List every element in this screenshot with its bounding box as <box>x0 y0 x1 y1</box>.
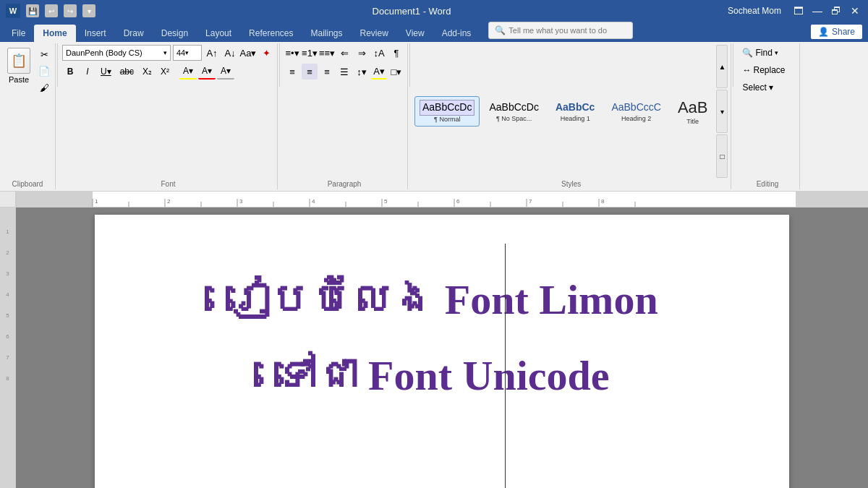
show-para-btn[interactable]: ¶ <box>388 45 404 61</box>
svg-text:1: 1 <box>95 198 98 205</box>
font-label: Font <box>161 180 175 188</box>
change-case-btn[interactable]: Aa▾ <box>240 45 256 61</box>
align-center-btn[interactable]: ≡ <box>302 64 318 80</box>
tab-review[interactable]: Review <box>352 25 397 42</box>
paste-button[interactable]: 📋 Paste <box>3 45 35 87</box>
styles-scroll-up[interactable]: ▲ <box>716 45 728 88</box>
borders-btn[interactable]: □▾ <box>388 64 404 80</box>
document-line1[interactable]: រៀបបំលែង Font Limon <box>153 244 731 327</box>
font-color-btn[interactable]: A▾ <box>217 64 234 80</box>
style-heading2-label: Heading 2 <box>621 115 651 122</box>
style-no-spacing[interactable]: AaBbCcDc ¶ No Spac... <box>482 97 545 125</box>
title-bar: W 💾 ↩ ↪ ▾ Document1 - Word Socheat Mom 🗖… <box>0 0 868 22</box>
italic-button[interactable]: I <box>80 64 95 80</box>
para-row1: ≡•▾ ≡1▾ ≡≡▾ ⇐ ⇒ ↕A ¶ <box>284 45 404 61</box>
tab-addins[interactable]: Add-ins <box>433 25 480 42</box>
paste-icon: 📋 <box>7 48 30 74</box>
paragraph-group: ≡•▾ ≡1▾ ≡≡▾ ⇐ ⇒ ↕A ¶ ≡ ≡ ≡ ☰ ↕▾ A▾ □▾ Pa… <box>281 43 408 189</box>
styles-scroll-down[interactable]: ▾ <box>716 90 728 133</box>
clipboard-group: 📋 Paste ✂ 📄 🖌 Clipboard <box>0 43 56 189</box>
select-button[interactable]: Select ▾ <box>738 80 778 95</box>
minimize-btn[interactable]: — <box>810 4 825 18</box>
document-line2[interactable]: ទៅជា Font Unicode <box>153 348 731 403</box>
text-highlight-btn[interactable]: A▾ <box>179 64 197 80</box>
clipboard-small-btns: ✂ 📄 🖌 <box>36 46 52 95</box>
increase-font-btn[interactable]: A↑ <box>204 45 220 61</box>
svg-text:3: 3 <box>239 198 243 205</box>
find-button[interactable]: 🔍 Find ▾ <box>738 45 782 61</box>
svg-text:4: 4 <box>312 198 315 205</box>
title-bar-right: Socheat Mom 🗖 — 🗗 ✕ <box>728 4 862 18</box>
bold-button[interactable]: B <box>62 64 78 80</box>
line-spacing-btn[interactable]: ↕▾ <box>354 64 370 80</box>
tab-references[interactable]: References <box>240 25 302 42</box>
clear-format-btn[interactable]: ✦ <box>258 45 274 61</box>
styles-gallery: AaBbCcDc ¶ Normal AaBbCcDc ¶ No Spac... … <box>414 94 715 129</box>
style-normal-preview: AaBbCcDc <box>420 100 475 115</box>
font-name-selector[interactable]: DaunPenh (Body CS) ▾ <box>62 45 171 61</box>
style-heading1[interactable]: AaBbCc Heading 1 <box>548 97 602 125</box>
increase-indent-btn[interactable]: ⇒ <box>354 45 370 61</box>
style-title[interactable]: AaB Title <box>671 94 715 129</box>
search-icon: 🔍 <box>495 25 506 35</box>
para-content: ≡•▾ ≡1▾ ≡≡▾ ⇐ ⇒ ↕A ¶ ≡ ≡ ≡ ☰ ↕▾ A▾ □▾ <box>284 45 404 188</box>
superscript-button[interactable]: X² <box>157 64 173 80</box>
find-dropdown-icon: ▾ <box>775 49 778 56</box>
style-normal[interactable]: AaBbCcDc ¶ Normal <box>414 96 480 126</box>
strikethrough-button[interactable]: abc <box>116 64 137 80</box>
clipboard-label: Clipboard <box>12 180 43 188</box>
font-name-label: DaunPenh (Body CS) <box>66 48 163 57</box>
text-color-btn[interactable]: A▾ <box>198 64 216 80</box>
styles-expand[interactable]: □ <box>716 134 728 178</box>
tab-draw[interactable]: Draw <box>115 25 153 42</box>
decrease-font-btn[interactable]: A↓ <box>222 45 238 61</box>
editing-content: 🔍 Find ▾ ↔ Replace Select ▾ <box>738 45 789 188</box>
sep4 <box>733 43 733 87</box>
multilevel-btn[interactable]: ≡≡▾ <box>319 45 335 61</box>
ruler: .rtick{stroke:#999;stroke-width:1;} 1 2 … <box>0 192 868 207</box>
decrease-indent-btn[interactable]: ⇐ <box>336 45 352 61</box>
redo-icon[interactable]: ↪ <box>64 4 77 17</box>
font-size-label: 44 <box>176 48 185 57</box>
svg-text:6: 6 <box>456 198 460 205</box>
restore-mode-btn[interactable]: 🗖 <box>791 4 806 18</box>
document-page[interactable]: រៀបបំលែង Font Limon ទៅជា Font Unicode <box>95 215 789 488</box>
subscript-button[interactable]: X₂ <box>139 64 156 80</box>
numbering-btn[interactable]: ≡1▾ <box>302 45 318 61</box>
tab-mailings[interactable]: Mailings <box>302 25 351 42</box>
format-painter-button[interactable]: 🖌 <box>36 80 52 95</box>
cut-button[interactable]: ✂ <box>36 46 52 62</box>
maximize-btn[interactable]: 🗗 <box>829 4 843 18</box>
svg-text:8: 8 <box>601 198 605 205</box>
undo-icon[interactable]: ↩ <box>45 4 58 17</box>
bullets-btn[interactable]: ≡•▾ <box>284 45 300 61</box>
tab-view[interactable]: View <box>397 25 433 42</box>
customize-icon[interactable]: ▾ <box>82 4 95 17</box>
replace-icon: ↔ <box>742 65 751 75</box>
tell-me-input[interactable] <box>509 26 624 35</box>
tab-home[interactable]: Home <box>34 25 75 42</box>
ruler-ticks: .rtick{stroke:#999;stroke-width:1;} 1 2 … <box>17 192 868 207</box>
underline-button[interactable]: U▾ <box>97 64 115 80</box>
align-left-btn[interactable]: ≡ <box>284 64 300 80</box>
tab-layout[interactable]: Layout <box>197 25 240 42</box>
shading-btn[interactable]: A▾ <box>371 64 387 80</box>
align-right-btn[interactable]: ≡ <box>319 64 335 80</box>
save-icon[interactable]: 💾 <box>26 4 39 17</box>
style-heading2[interactable]: AaBbCccC Heading 2 <box>604 97 668 125</box>
style-heading2-preview: AaBbCccC <box>609 100 663 114</box>
sort-btn[interactable]: ↕A <box>371 45 387 61</box>
close-btn[interactable]: ✕ <box>848 4 862 18</box>
share-button[interactable]: 👤 Share <box>811 25 862 39</box>
editing-group: 🔍 Find ▾ ↔ Replace Select ▾ Editing <box>735 43 800 189</box>
tab-insert[interactable]: Insert <box>76 25 115 42</box>
tab-file[interactable]: File <box>3 25 34 42</box>
copy-button[interactable]: 📄 <box>36 63 52 79</box>
tell-me-bar[interactable]: 🔍 <box>488 22 633 39</box>
justify-btn[interactable]: ☰ <box>336 64 352 80</box>
style-title-label: Title <box>686 118 699 125</box>
font-size-selector[interactable]: 44 ▾ <box>173 45 202 61</box>
tab-design[interactable]: Design <box>153 25 197 42</box>
replace-button[interactable]: ↔ Replace <box>738 62 789 78</box>
cursor-line <box>505 244 506 488</box>
